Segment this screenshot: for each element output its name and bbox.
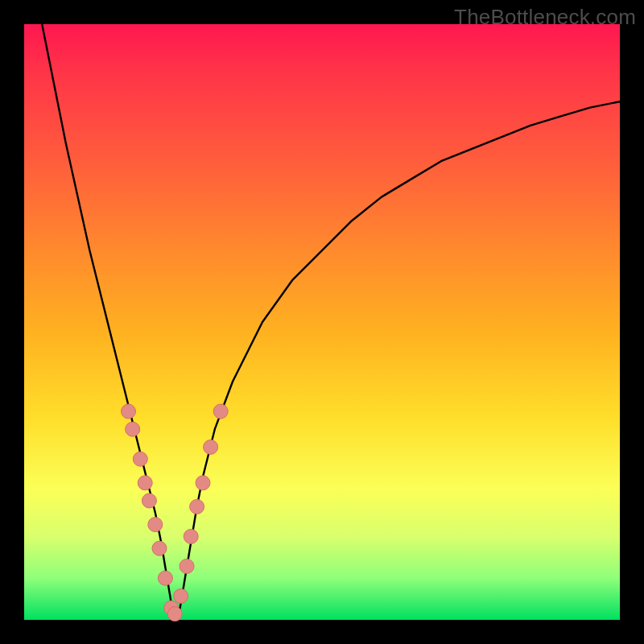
sample-point (213, 404, 228, 419)
sample-point (126, 422, 140, 436)
sample-point (148, 518, 163, 532)
sample-point (190, 499, 204, 514)
chart-overlay (24, 24, 620, 620)
sample-point (167, 607, 182, 621)
sample-point (180, 559, 194, 573)
sample-point (158, 571, 172, 585)
sample-point (196, 476, 210, 490)
sample-point (152, 541, 167, 555)
chart-stage: TheBottleneck.com (0, 0, 644, 644)
sample-point (174, 588, 188, 603)
sample-point (184, 529, 198, 543)
sample-point (122, 404, 136, 419)
sample-point (204, 440, 218, 454)
sample-point (138, 476, 152, 490)
bottleneck-curve (42, 24, 620, 614)
sample-point (133, 452, 147, 466)
sample-point (142, 493, 156, 508)
